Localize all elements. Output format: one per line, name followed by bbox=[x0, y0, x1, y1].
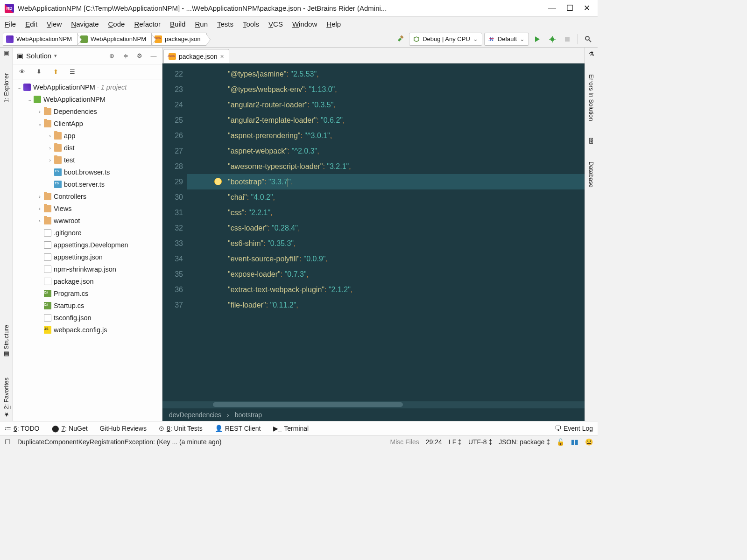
bottom-github-reviews[interactable]: GitHub Reviews bbox=[100, 425, 147, 432]
tree-node-clientapp[interactable]: ⌄ClientApp bbox=[13, 118, 162, 130]
tree-node-wwwroot[interactable]: ›wwwroot bbox=[13, 215, 162, 227]
flask-icon[interactable]: ⚗ bbox=[589, 50, 594, 57]
solution-tree[interactable]: ⌄WebApplicationNPM· 1 project⌄WebApplica… bbox=[13, 79, 162, 421]
status-encoding[interactable]: UTF-8 ‡ bbox=[468, 438, 492, 446]
build-hammer-icon[interactable] bbox=[394, 33, 407, 46]
memory-indicator-icon[interactable]: 😃 bbox=[585, 438, 593, 446]
svg-text:.N: .N bbox=[488, 36, 493, 42]
titlebar: RD WebApplicationNPM [C:\Temp\WebApplica… bbox=[0, 0, 598, 17]
minimize-button[interactable]: — bbox=[548, 3, 556, 13]
pause-indexing-icon[interactable]: ▮▮ bbox=[571, 438, 578, 446]
menu-build[interactable]: Build bbox=[170, 20, 185, 28]
tree-node-appsettings-json[interactable]: appsettings.json bbox=[13, 251, 162, 263]
intention-bulb-icon[interactable] bbox=[214, 177, 222, 186]
breadcrumb-webapplicationnpm[interactable]: WebApplicationNPM bbox=[3, 33, 78, 46]
sync-down-icon[interactable]: ⬇ bbox=[34, 67, 44, 77]
editor-crumb-0[interactable]: devDependencies bbox=[169, 411, 221, 419]
editor-area: package.json × 2223242526272829303132333… bbox=[162, 48, 585, 421]
structure-tool-button[interactable]: ▤ Structure bbox=[2, 322, 11, 361]
status-caret-pos[interactable]: 29:24 bbox=[426, 438, 442, 446]
tree-node-webapplicationnpm[interactable]: ⌄WebApplicationNPM· 1 project bbox=[13, 81, 162, 93]
menu-code[interactable]: Code bbox=[108, 20, 125, 28]
tree-node-npm-shrinkwrap-json[interactable]: npm-shrinkwrap.json bbox=[13, 263, 162, 275]
menu-refactor[interactable]: Refactor bbox=[134, 20, 161, 28]
show-all-icon[interactable]: 👁 bbox=[17, 67, 27, 77]
bottom-tool-bar: ≔6: TODO⬤7: NuGetGitHub Reviews⊙8: Unit … bbox=[0, 421, 598, 435]
menu-vcs[interactable]: VCS bbox=[268, 20, 283, 28]
tree-node-tsconfig-json[interactable]: tsconfig.json bbox=[13, 312, 162, 324]
collapse-icon[interactable]: ≑ bbox=[121, 51, 130, 61]
editor-crumb-1[interactable]: bootstrap bbox=[235, 411, 262, 419]
run-button[interactable] bbox=[531, 33, 544, 46]
errors-tool-button[interactable]: Errors In Solution bbox=[587, 71, 596, 124]
debug-button[interactable] bbox=[546, 33, 559, 46]
menu-help[interactable]: Help bbox=[326, 20, 341, 28]
stop-button[interactable] bbox=[561, 33, 574, 46]
tree-node-boot-browser-ts[interactable]: boot.browser.ts bbox=[13, 166, 162, 178]
search-everywhere-button[interactable] bbox=[582, 33, 595, 46]
tree-node-dist[interactable]: ›dist bbox=[13, 142, 162, 154]
run-config-combo[interactable]: Debug | Any CPU ⌄ bbox=[409, 33, 482, 46]
svg-point-3 bbox=[550, 37, 554, 41]
run-target-combo[interactable]: .N Default ⌄ bbox=[484, 33, 529, 46]
bottom-8-unit-tests[interactable]: ⊙8: Unit Tests bbox=[159, 425, 203, 432]
menu-window[interactable]: Window bbox=[292, 20, 317, 28]
menu-navigate[interactable]: Navigate bbox=[71, 20, 99, 28]
menu-tools[interactable]: Tools bbox=[243, 20, 259, 28]
bottom-7-nuget[interactable]: ⬤7: NuGet bbox=[52, 425, 88, 432]
svg-point-9 bbox=[585, 36, 589, 40]
code-content[interactable]: "@types/jasmine": "2.5.53","@types/webpa… bbox=[187, 63, 585, 401]
hide-panel-icon[interactable]: — bbox=[149, 51, 158, 61]
tree-node-test[interactable]: ›test bbox=[13, 154, 162, 166]
bottom-6-todo[interactable]: ≔6: TODO bbox=[5, 425, 40, 432]
tree-node-program-cs[interactable]: Program.cs bbox=[13, 287, 162, 300]
tree-node-dependencies[interactable]: ›Dependencies bbox=[13, 105, 162, 118]
close-button[interactable]: ✕ bbox=[584, 3, 590, 13]
menu-file[interactable]: File bbox=[5, 20, 16, 28]
favorites-tool-button[interactable]: ★ 2: Favorites bbox=[2, 375, 11, 421]
flatten-icon[interactable]: ☰ bbox=[67, 67, 78, 77]
tree-node-app[interactable]: ›app bbox=[13, 130, 162, 142]
breadcrumb-package-json[interactable]: package.json bbox=[151, 33, 207, 46]
maximize-button[interactable]: ☐ bbox=[566, 3, 573, 13]
status-message[interactable]: DuplicateComponentKeyRegistrationExcepti… bbox=[17, 438, 221, 446]
svg-rect-8 bbox=[565, 37, 570, 42]
menu-tests[interactable]: Tests bbox=[217, 20, 233, 28]
tree-node-controllers[interactable]: ›Controllers bbox=[13, 190, 162, 203]
tree-node-appsettings-developmen[interactable]: appsettings.Developmen bbox=[13, 239, 162, 251]
code-area[interactable]: 22232425262728293031323334353637 "@types… bbox=[162, 63, 585, 401]
tree-node-webapplicationnpm[interactable]: ⌄WebApplicationNPM bbox=[13, 93, 162, 105]
database-tool-button[interactable]: Database bbox=[587, 159, 596, 190]
project-tool-icon[interactable]: ▣ bbox=[4, 49, 9, 56]
tree-node-package-json[interactable]: package.json bbox=[13, 275, 162, 287]
locate-icon[interactable]: ⊕ bbox=[107, 51, 116, 61]
database-icon[interactable]: 🗄 bbox=[588, 138, 594, 145]
tree-node-views[interactable]: ›Views bbox=[13, 203, 162, 215]
lock-icon[interactable]: 🔓 bbox=[557, 438, 564, 446]
menu-view[interactable]: View bbox=[47, 20, 62, 28]
menu-run[interactable]: Run bbox=[195, 20, 208, 28]
bottom-terminal[interactable]: ▶_Terminal bbox=[273, 425, 309, 432]
menu-edit[interactable]: Edit bbox=[25, 20, 37, 28]
sync-up-icon[interactable]: ⬆ bbox=[50, 67, 61, 77]
tree-node-webpack-config-js[interactable]: webpack.config.js bbox=[13, 324, 162, 336]
editor-tab-package-json[interactable]: package.json × bbox=[163, 49, 229, 63]
status-line-ending[interactable]: LF ‡ bbox=[449, 438, 462, 446]
tree-node-boot-server-ts[interactable]: boot.server.ts bbox=[13, 178, 162, 190]
explorer-title[interactable]: ▣ Solution ▾ bbox=[17, 52, 102, 60]
editor-breadcrumb[interactable]: devDependencies › bootstrap bbox=[162, 408, 585, 421]
tab-close-icon[interactable]: × bbox=[220, 53, 224, 60]
tree-node-startup-cs[interactable]: Startup.cs bbox=[13, 300, 162, 312]
settings-gear-icon[interactable]: ⚙ bbox=[135, 51, 144, 61]
editor-tabbar: package.json × bbox=[162, 48, 585, 63]
status-schema[interactable]: JSON: package ‡ bbox=[499, 438, 550, 446]
event-log-button[interactable]: 🗨 Event Log bbox=[555, 425, 593, 432]
svg-line-10 bbox=[589, 40, 591, 42]
status-context[interactable]: Misc Files bbox=[390, 438, 419, 446]
status-notification-icon[interactable]: ☐ bbox=[5, 438, 11, 446]
explorer-tool-button[interactable]: 1: Explorer bbox=[2, 70, 11, 105]
tree-node--gitignore[interactable]: .gitignore bbox=[13, 227, 162, 239]
bottom-rest-client[interactable]: 👤REST Client bbox=[215, 425, 261, 432]
breadcrumb-webapplicationnpm[interactable]: WebApplicationNPM bbox=[77, 33, 152, 46]
horizontal-scrollbar[interactable] bbox=[162, 401, 585, 408]
